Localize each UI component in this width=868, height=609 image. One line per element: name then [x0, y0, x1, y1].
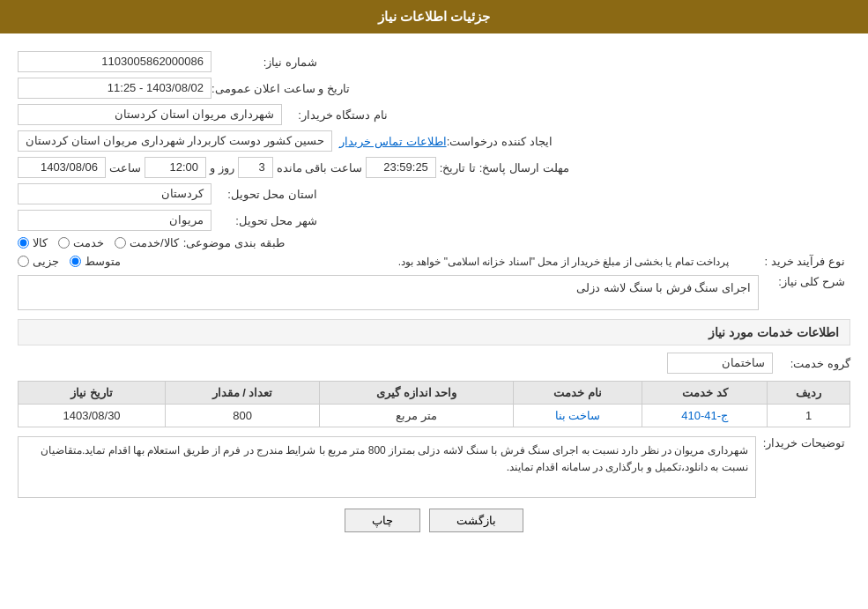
need-description-value: اجرای سنگ فرش با سنگ لاشه دزلی — [18, 275, 759, 310]
procedure-description: پرداخت تمام یا بخشی از مبلغ خریدار از مح… — [131, 256, 729, 268]
cell-quantity: 800 — [166, 405, 320, 427]
category-radio-kala-khedmat[interactable] — [115, 237, 126, 249]
procedure-option-jozi[interactable]: جزیی — [18, 255, 59, 268]
province-label: استان محل تحویل: — [211, 188, 317, 201]
col-quantity: تعداد / مقدار — [166, 382, 320, 405]
buyer-notes-label: توضیحات خریدار: — [763, 436, 845, 449]
procedure-label: نوع فرآیند خرید : — [739, 255, 845, 268]
deadline-days-label: روز و — [210, 161, 234, 175]
cell-service-name: ساخت بنا — [514, 405, 642, 427]
cell-row-number: 1 — [768, 405, 850, 427]
table-row: 1 ج-41-410 ساخت بنا متر مربع 800 1403/08… — [19, 405, 850, 427]
category-kala-khedmat-label: کالا/خدمت — [130, 236, 179, 249]
procedure-jozi-label: جزیی — [33, 255, 59, 268]
announce-label: تاریخ و ساعت اعلان عمومی: — [211, 82, 350, 95]
service-group-label: گروه خدمت: — [780, 357, 850, 370]
services-table: ردیف کد خدمت نام خدمت واحد اندازه گیری ت… — [18, 381, 850, 427]
procedure-option-motaset[interactable]: متوسط — [70, 255, 121, 268]
col-service-name: نام خدمت — [514, 382, 642, 405]
col-unit: واحد اندازه گیری — [319, 382, 513, 405]
services-section-title: اطلاعات خدمات مورد نیاز — [18, 319, 850, 345]
print-button[interactable]: چاپ — [345, 509, 420, 532]
deadline-label: مهلت ارسال پاسخ: تا تاریخ: — [440, 161, 569, 175]
col-service-code: کد خدمت — [642, 382, 768, 405]
category-option-kala[interactable]: کالا — [18, 236, 48, 249]
procedure-radio-motaset[interactable] — [70, 256, 81, 267]
buyer-org-value: شهرداری مریوان استان کردستان — [18, 104, 282, 125]
category-label: طبقه بندی موضوعی: — [179, 236, 285, 249]
category-option-kala-khedmat[interactable]: کالا/خدمت — [115, 236, 179, 249]
cell-date: 1403/08/30 — [19, 405, 166, 427]
col-date: تاریخ نیاز — [19, 382, 166, 405]
deadline-time-label: ساعت — [109, 161, 141, 175]
category-khedmat-label: خدمت — [73, 236, 104, 249]
need-number-label: شماره نیاز: — [211, 56, 317, 69]
category-radio-group: کالا/خدمت خدمت کالا — [18, 236, 179, 249]
creator-label: ایجاد کننده درخواست: — [447, 135, 553, 148]
city-value: مریوان — [18, 210, 211, 231]
deadline-days: 3 — [238, 157, 273, 178]
category-radio-kala[interactable] — [18, 237, 29, 249]
buttons-row: بازگشت چاپ — [18, 509, 850, 532]
procedure-motaset-label: متوسط — [85, 255, 121, 268]
need-number-value: 1103005862000086 — [18, 51, 211, 72]
announce-value: 1403/08/02 - 11:25 — [18, 78, 211, 99]
back-button[interactable]: بازگشت — [429, 509, 523, 532]
procedure-radio-group: متوسط جزیی — [18, 255, 121, 268]
deadline-remaining-label: ساعت باقی مانده — [277, 161, 362, 175]
col-row-number: ردیف — [768, 382, 850, 405]
category-radio-khedmat[interactable] — [58, 237, 70, 249]
service-group-value: ساختمان — [667, 353, 773, 374]
buyer-org-label: نام دستگاه خریدار: — [282, 108, 388, 122]
category-option-khedmat[interactable]: خدمت — [58, 236, 104, 249]
buyer-notes-value: شهرداری مریوان در نظر دارد نسبت به اجرای… — [18, 436, 756, 498]
deadline-time: 12:00 — [145, 157, 206, 178]
creator-contact-link[interactable]: اطلاعات تماس خریدار — [339, 135, 446, 148]
cell-service-code[interactable]: ج-41-410 — [642, 405, 768, 427]
deadline-remaining: 23:59:25 — [366, 157, 436, 178]
creator-value: حسین کشور دوست کاربردار شهرداری مریوان ا… — [18, 130, 332, 152]
category-kala-label: کالا — [33, 236, 48, 249]
cell-unit: متر مربع — [319, 405, 513, 427]
province-value: کردستان — [18, 183, 211, 204]
need-description-label: شرح کلی نیاز: — [766, 275, 845, 288]
deadline-date: 1403/08/06 — [18, 157, 106, 178]
procedure-radio-jozi[interactable] — [18, 256, 29, 267]
city-label: شهر محل تحویل: — [211, 214, 317, 227]
page-title: جزئیات اطلاعات نیاز — [0, 0, 868, 33]
